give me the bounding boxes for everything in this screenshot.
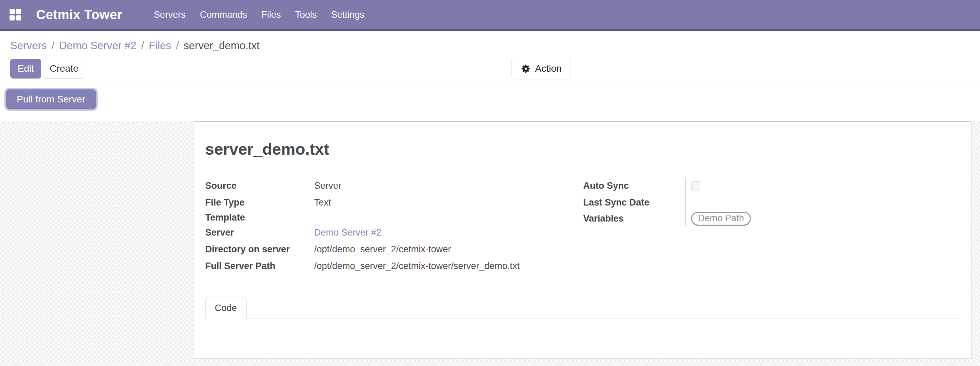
breadcrumb-current: server_demo.txt [184,40,259,52]
breadcrumb-separator: / [52,40,55,52]
pull-from-server-button[interactable]: Pull from Server [6,89,96,109]
field-label-server: Server [205,228,307,238]
form-sheet: server_demo.txt Source Server File Type … [194,121,972,359]
field-label-auto-sync: Auto Sync [583,181,685,191]
menu-tools[interactable]: Tools [295,10,317,20]
action-menu-button[interactable]: Action [512,58,571,79]
field-value-server: Demo Server #2 [307,224,583,241]
main-menu: Servers Commands Files Tools Settings [154,10,364,20]
field-group-right: Auto Sync Last Sync Date Variables Demo … [583,178,960,275]
status-bar: Pull from Server [0,86,980,112]
field-label-last-sync-date: Last Sync Date [583,197,685,208]
field-row-auto-sync: Auto Sync [583,178,960,194]
variable-tag: Demo Path [691,212,751,226]
field-row-file-type: File Type Text [205,194,583,211]
form-view-background: server_demo.txt Source Server File Type … [0,121,980,366]
auto-sync-checkbox[interactable] [691,181,700,191]
tab-code[interactable]: Code [205,297,247,319]
field-row-variables: Variables Demo Path [583,211,960,226]
field-label-source: Source [205,181,307,191]
field-label-variables: Variables [583,213,685,224]
breadcrumb-separator: / [141,40,144,52]
menu-files[interactable]: Files [261,10,281,20]
field-row-full-server-path: Full Server Path /opt/demo_server_2/cetm… [205,258,583,275]
field-value-full-server-path: /opt/demo_server_2/cetmix-tower/server_d… [307,258,583,275]
breadcrumb: Servers / Demo Server #2 / Files / serve… [0,31,980,52]
record-title: server_demo.txt [205,140,960,158]
breadcrumb-files[interactable]: Files [149,40,171,52]
field-row-server: Server Demo Server #2 [205,224,583,241]
action-button-label: Action [535,63,562,74]
app-brand[interactable]: Cetmix Tower [36,8,122,22]
notebook: Code [205,297,960,356]
create-button[interactable]: Create [44,59,84,78]
field-label-file-type: File Type [205,197,307,208]
field-value-template [307,211,583,224]
notebook-page-code [205,319,960,356]
field-value-last-sync-date [685,194,960,211]
field-label-template: Template [205,212,307,223]
field-value-source: Server [307,178,583,194]
menu-commands[interactable]: Commands [200,10,247,20]
field-row-template: Template [205,211,583,224]
edit-button[interactable]: Edit [10,59,41,78]
field-value-file-type: Text [307,194,583,211]
field-row-last-sync-date: Last Sync Date [583,194,960,211]
breadcrumb-demo-server-2[interactable]: Demo Server #2 [59,40,136,52]
field-value-auto-sync [685,178,960,194]
menu-servers[interactable]: Servers [154,10,185,20]
menu-settings[interactable]: Settings [331,10,364,20]
field-value-variables: Demo Path [685,211,960,226]
field-label-full-server-path: Full Server Path [205,261,307,271]
top-navbar: Cetmix Tower Servers Commands Files Tool… [0,0,980,31]
notebook-tabs: Code [205,297,960,319]
field-row-directory: Directory on server /opt/demo_server_2/c… [205,241,583,258]
field-label-directory: Directory on server [205,244,307,255]
apps-grid-icon[interactable] [10,9,21,21]
field-row-source: Source Server [205,178,583,194]
field-group-left: Source Server File Type Text Template Se… [205,178,583,275]
breadcrumb-separator: / [176,40,179,52]
breadcrumb-servers[interactable]: Servers [10,40,47,52]
control-panel: Servers / Demo Server #2 / Files / serve… [0,31,980,112]
field-groups: Source Server File Type Text Template Se… [205,178,960,275]
server-record-link[interactable]: Demo Server #2 [314,228,382,238]
field-value-directory: /opt/demo_server_2/cetmix-tower [307,241,583,258]
gear-icon [521,64,531,74]
control-panel-buttons: Edit Create Action [0,52,980,86]
